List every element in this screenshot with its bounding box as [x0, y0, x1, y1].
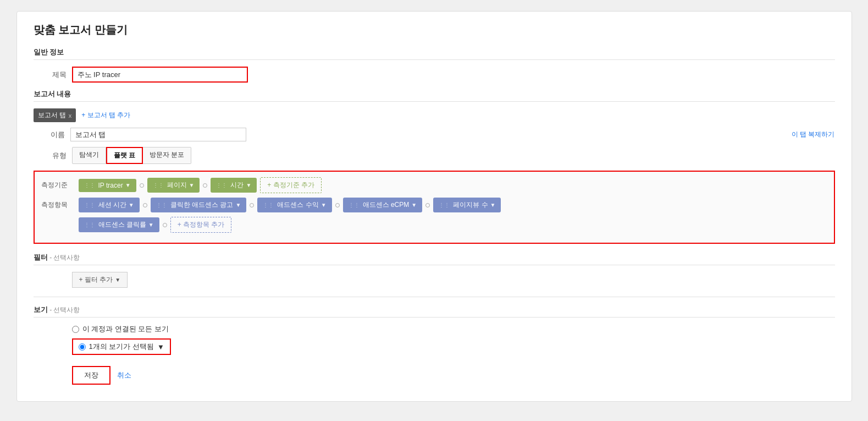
- drag-icon-m5: ⋮⋮: [439, 202, 450, 208]
- drag-icon-m1: ⋮⋮: [84, 202, 95, 208]
- metric-chip-session[interactable]: ⋮⋮ 세션 시간 ▼: [79, 198, 140, 212]
- selected-view-radio[interactable]: [79, 343, 86, 351]
- type-tab-explorer[interactable]: 탐색기: [72, 147, 106, 164]
- add-criteria-btn[interactable]: + 측정기준 추가: [260, 177, 322, 193]
- chip-label-adsense-ecpm: 애드센스 eCPM: [363, 200, 410, 210]
- selected-view-text: 1개의 보기가 선택됨: [89, 342, 154, 352]
- tab-name-input[interactable]: [70, 128, 246, 141]
- chip-arrow-m1[interactable]: ▼: [129, 202, 134, 208]
- metric-chip-adsense-click[interactable]: ⋮⋮ 클릭한 애드센스 광고 ▼: [151, 198, 247, 212]
- criteria-label: 측정기준: [41, 181, 74, 190]
- divider: [34, 297, 835, 297]
- chip-sep-m6: [163, 223, 167, 227]
- view-optional: - 선택사항: [49, 306, 80, 314]
- metrics-chips-row-2: ⋮⋮ 애드센스 클릭률 ▼ + 측정항목 추가: [79, 217, 232, 233]
- chip-arrow-ip-tracer[interactable]: ▼: [125, 182, 131, 188]
- chip-arrow-time[interactable]: ▼: [246, 182, 251, 188]
- drag-icon-m4: ⋮⋮: [349, 202, 360, 208]
- type-tab-visitor[interactable]: 방문자 분포: [143, 147, 191, 164]
- all-views-row: 이 계정과 연결된 모든 보기: [72, 324, 835, 334]
- drag-icon-m2: ⋮⋮: [156, 202, 167, 208]
- filter-dropdown-arrow: ▼: [115, 277, 120, 283]
- criteria-chip-page[interactable]: ⋮⋮ 페이지 ▼: [147, 178, 200, 193]
- add-tab-link[interactable]: + 보고서 탭 추가: [81, 111, 130, 120]
- all-views-radio[interactable]: [72, 326, 79, 333]
- drag-icon-2: ⋮⋮: [153, 182, 164, 188]
- chip-arrow-m5[interactable]: ▼: [490, 202, 496, 208]
- chip-label-adsense-ctr: 애드센스 클릭률: [98, 220, 146, 229]
- criteria-row: 측정기준 ⋮⋮ IP tracer ▼ ⋮⋮ 페이지 ▼: [41, 177, 827, 193]
- view-section-title: 보기 - 선택사항: [34, 305, 835, 318]
- all-views-label: 이 계정과 연결된 모든 보기: [82, 324, 169, 334]
- tab-row: 보고서 탭 x + 보고서 탭 추가: [34, 108, 835, 122]
- filter-optional: - 선택사항: [49, 254, 80, 261]
- chip-sep-m1: [143, 203, 147, 207]
- save-button[interactable]: 저장: [72, 366, 110, 385]
- chip-label-page: 페이지: [167, 181, 187, 190]
- metrics-row-2: ⋮⋮ 애드센스 클릭률 ▼ + 측정항목 추가: [41, 217, 827, 233]
- chip-arrow-m2[interactable]: ▼: [235, 202, 241, 208]
- drag-icon-m3: ⋮⋮: [263, 202, 274, 208]
- metric-chip-adsense-ctr[interactable]: ⋮⋮ 애드센스 클릭률 ▼: [79, 217, 159, 232]
- criteria-chip-time[interactable]: ⋮⋮ 시간 ▼: [211, 178, 257, 193]
- selected-view-box: 1개의 보기가 선택됨 ▼: [72, 338, 171, 355]
- main-container: 맞춤 보고서 만들기 일반 정보 제목 보고서 내용 보고서 탭 x + 보고서…: [16, 11, 852, 402]
- filter-section: 필터 - 선택사항 + 필터 추가 ▼: [34, 253, 835, 288]
- selected-view-arrow[interactable]: ▼: [157, 343, 164, 351]
- chip-arrow-m3[interactable]: ▼: [321, 202, 327, 208]
- name-label: 이름: [34, 130, 65, 140]
- chip-label-adsense-revenue: 애드센스 수익: [277, 200, 318, 210]
- metrics-label: 측정항목: [41, 200, 74, 210]
- title-label: 제목: [34, 70, 67, 80]
- chip-label-pageviews: 페이지뷰 수: [453, 200, 488, 210]
- metrics-chips-row: ⋮⋮ 세션 시간 ▼ ⋮⋮ 클릭한 애드센스 광고 ▼ ⋮⋮: [79, 198, 501, 212]
- selected-view-row: 1개의 보기가 선택됨 ▼: [72, 338, 835, 355]
- chip-separator-2: [203, 183, 207, 188]
- chip-arrow-m6[interactable]: ▼: [148, 222, 154, 228]
- chip-separator-1: [140, 183, 144, 188]
- title-row: 제목: [34, 67, 835, 83]
- metrics-row: 측정항목 ⋮⋮ 세션 시간 ▼ ⋮⋮ 클릭한 애드센스 광고 ▼: [41, 198, 827, 212]
- title-input[interactable]: [72, 67, 248, 83]
- chip-sep-m4: [425, 203, 430, 207]
- metric-chip-adsense-revenue[interactable]: ⋮⋮ 애드센스 수익 ▼: [257, 198, 331, 212]
- name-row-wrapper: 이 탭 복제하기: [70, 128, 835, 141]
- chip-sep-m2: [250, 203, 254, 207]
- type-row: 유형 탐색기 플랫 표 방문자 분포: [34, 147, 835, 164]
- duplicate-link[interactable]: 이 탭 복제하기: [792, 130, 835, 139]
- drag-icon-m6: ⋮⋮: [84, 222, 95, 228]
- type-label: 유형: [34, 151, 67, 161]
- criteria-chips-row: ⋮⋮ IP tracer ▼ ⋮⋮ 페이지 ▼ ⋮⋮ 시: [79, 177, 322, 193]
- tab-badge-label: 보고서 탭: [38, 111, 66, 120]
- tab-close-icon[interactable]: x: [69, 112, 72, 119]
- add-metric-btn[interactable]: + 측정항목 추가: [170, 217, 232, 233]
- chip-label-session: 세션 시간: [98, 200, 126, 210]
- view-section: 보기 - 선택사항 이 계정과 연결된 모든 보기 1개의 보기가 선택됨 ▼: [34, 305, 835, 355]
- metric-chip-pageviews[interactable]: ⋮⋮ 페이지뷰 수 ▼: [433, 198, 501, 212]
- drag-icon-3: ⋮⋮: [216, 182, 227, 188]
- report-content-section-title: 보고서 내용: [34, 89, 835, 102]
- type-tabs: 탐색기 플랫 표 방문자 분포: [72, 147, 192, 164]
- metric-chip-adsense-ecpm[interactable]: ⋮⋮ 애드센스 eCPM ▼: [343, 198, 423, 212]
- chip-label-adsense-click: 클릭한 애드센스 광고: [170, 200, 234, 210]
- criteria-chip-ip-tracer[interactable]: ⋮⋮ IP tracer ▼: [79, 179, 136, 192]
- measurement-criteria-box: 측정기준 ⋮⋮ IP tracer ▼ ⋮⋮ 페이지 ▼: [34, 171, 835, 244]
- filter-section-title: 필터 - 선택사항: [34, 253, 835, 265]
- tab-name-row: 이름 이 탭 복제하기: [34, 128, 835, 141]
- chip-arrow-m4[interactable]: ▼: [411, 202, 417, 208]
- type-tab-flat[interactable]: 플랫 표: [106, 147, 143, 164]
- chip-label-ip-tracer: IP tracer: [98, 182, 123, 189]
- report-content-section: 보고서 탭 x + 보고서 탭 추가 이름 이 탭 복제하기 유형 탐색기 플랫…: [34, 108, 835, 244]
- drag-icon: ⋮⋮: [84, 182, 95, 188]
- report-tab-badge: 보고서 탭 x: [34, 108, 76, 122]
- chip-label-time: 시간: [230, 181, 244, 190]
- cancel-link[interactable]: 취소: [117, 370, 131, 380]
- chip-arrow-page[interactable]: ▼: [189, 182, 195, 188]
- chip-sep-m3: [335, 203, 340, 207]
- page-title: 맞춤 보고서 만들기: [34, 23, 835, 37]
- general-section-title: 일반 정보: [34, 47, 835, 60]
- add-filter-btn[interactable]: + 필터 추가 ▼: [72, 272, 128, 288]
- bottom-buttons: 저장 취소: [72, 366, 835, 385]
